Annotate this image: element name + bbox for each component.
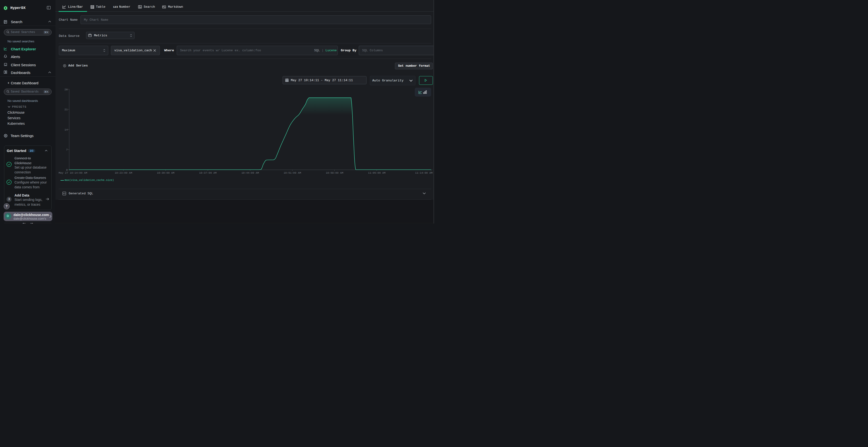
svg-text:11:14:00 AM: 11:14:00 AM — [415, 171, 433, 174]
svg-text:21: 21 — [64, 108, 68, 111]
svg-text:10:30:00 AM: 10:30:00 AM — [157, 171, 175, 174]
svg-text:28: 28 — [64, 88, 68, 91]
svg-text:14: 14 — [64, 128, 68, 131]
svg-text:11:05:00 AM: 11:05:00 AM — [368, 171, 385, 174]
svg-text:10:23:00 AM: 10:23:00 AM — [115, 171, 132, 174]
svg-text:May 27 10:14:00 AM: May 27 10:14:00 AM — [59, 171, 87, 174]
svg-text:7: 7 — [66, 148, 68, 151]
svg-text:10:44:00 AM: 10:44:00 AM — [241, 171, 259, 174]
svg-text:10:58:00 AM: 10:58:00 AM — [326, 171, 343, 174]
svg-text:10:51:00 AM: 10:51:00 AM — [283, 171, 301, 174]
svg-text:0: 0 — [66, 168, 68, 171]
svg-text:10:37:00 AM: 10:37:00 AM — [199, 171, 217, 174]
